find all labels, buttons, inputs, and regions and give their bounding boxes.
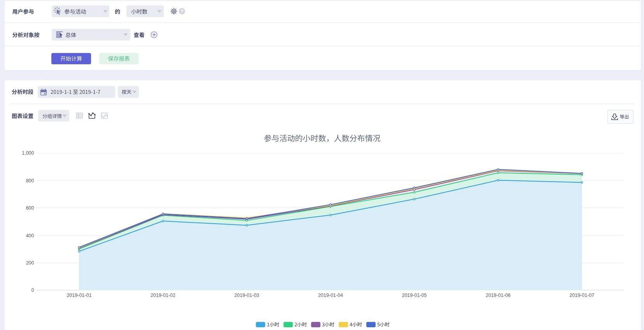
svg-text:2019-01-04: 2019-01-04: [318, 293, 343, 298]
svg-text:0: 0: [32, 288, 34, 293]
svg-text:2019-01-07: 2019-01-07: [569, 293, 594, 298]
svg-text:400: 400: [26, 233, 34, 238]
svg-text:2019-01-03: 2019-01-03: [234, 293, 259, 298]
svg-text:2019-01-06: 2019-01-06: [486, 293, 511, 298]
svg-text:1,000: 1,000: [22, 150, 34, 156]
svg-text:600: 600: [26, 205, 34, 211]
svg-text:2019-01-05: 2019-01-05: [402, 293, 427, 298]
svg-text:2019-01-02: 2019-01-02: [151, 293, 175, 298]
svg-text:800: 800: [26, 178, 34, 184]
svg-text:200: 200: [26, 260, 34, 266]
svg-text:?: ?: [181, 9, 184, 14]
svg-text:2019-01-01: 2019-01-01: [67, 293, 91, 298]
